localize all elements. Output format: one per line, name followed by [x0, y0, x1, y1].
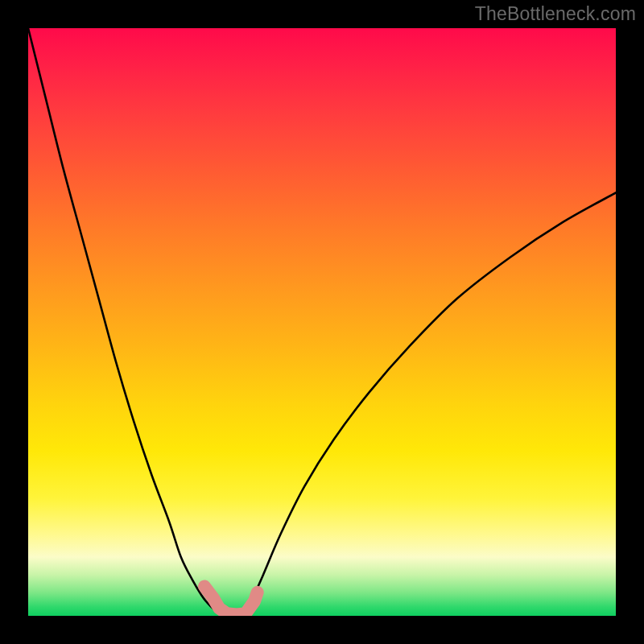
right-curve	[246, 192, 616, 616]
chart-frame: TheBottleneck.com	[0, 0, 644, 644]
bottom-markers	[204, 587, 258, 615]
left-curve	[28, 28, 225, 616]
watermark-text: TheBottleneck.com	[475, 3, 636, 25]
curve-layer	[28, 28, 616, 616]
plot-area	[28, 28, 616, 616]
